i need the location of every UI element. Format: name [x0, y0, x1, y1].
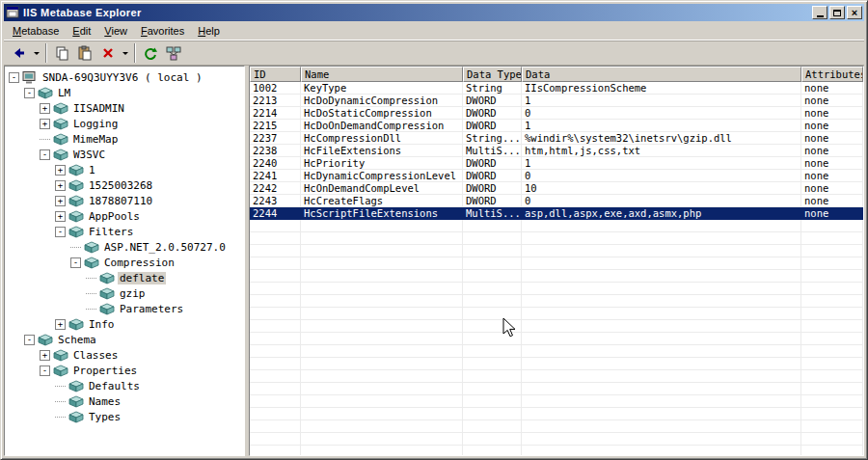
- table-cell: [522, 358, 801, 370]
- close-button[interactable]: ×: [847, 6, 862, 19]
- column-header-data[interactable]: Data: [522, 67, 801, 82]
- app-window: IIS Metabase Explorer × MetabaseEditView…: [0, 0, 868, 460]
- collapse-minus-icon[interactable]: -: [55, 227, 66, 237]
- tree-item[interactable]: Names: [5, 393, 244, 409]
- table-row[interactable]: 2243HcCreateFlagsDWORD0none: [250, 195, 863, 207]
- table-row[interactable]: 2242HcOnDemandCompLevelDWORD10none: [250, 182, 863, 195]
- expand-plus-icon[interactable]: +: [55, 211, 66, 222]
- delete-dropdown-button[interactable]: [120, 42, 131, 64]
- tree-item[interactable]: -Properties: [5, 363, 244, 378]
- collapse-minus-icon[interactable]: -: [24, 335, 35, 345]
- collapse-minus-icon[interactable]: -: [40, 149, 50, 160]
- menu-item-view[interactable]: View: [97, 22, 134, 40]
- collapse-minus-icon[interactable]: -: [70, 257, 81, 268]
- back-button[interactable]: [8, 42, 31, 64]
- tree-item[interactable]: +IISADMIN: [5, 100, 244, 116]
- table-row[interactable]: 2241HcDynamicCompressionLevelDWORD0none: [250, 170, 863, 182]
- tree-item[interactable]: -LM: [5, 85, 244, 100]
- table-row[interactable]: 2237HcCompressionDllString...%windir%\sy…: [250, 132, 863, 145]
- tree-item[interactable]: Defaults: [5, 378, 244, 393]
- table-row[interactable]: 2240HcPriorityDWORD1none: [250, 157, 863, 170]
- tree-item[interactable]: +Logging: [5, 116, 244, 131]
- tree-item-label: deflate: [118, 272, 166, 284]
- table-cell: [301, 308, 463, 320]
- tree-item[interactable]: deflate: [5, 270, 244, 285]
- tree-item[interactable]: -SNDA-69Q3UYY3V6 ( local ): [5, 69, 244, 85]
- table-row[interactable]: 2214HcDoStaticCompressionDWORD0none: [250, 107, 863, 120]
- titlebar[interactable]: IIS Metabase Explorer ×: [4, 4, 864, 21]
- table-cell: [301, 283, 463, 295]
- table-cell: [301, 383, 463, 395]
- tree-item[interactable]: +1878807110: [5, 193, 244, 208]
- tree-item[interactable]: -Compression: [5, 255, 244, 270]
- maximize-button[interactable]: [829, 6, 845, 19]
- table-row[interactable]: 2213HcDoDynamicCompressionDWORD1none: [250, 95, 863, 107]
- table-row[interactable]: 2238HcFileExtensionsMultiS...htm,html,js…: [250, 145, 863, 157]
- metabase-key-icon: [68, 179, 84, 192]
- expand-plus-icon[interactable]: +: [55, 319, 66, 330]
- table-cell: [301, 446, 463, 455]
- refresh-button[interactable]: [139, 42, 162, 64]
- empty-row: [250, 257, 863, 270]
- minimize-button[interactable]: [812, 6, 827, 19]
- menu-item-help[interactable]: Help: [191, 22, 227, 40]
- delete-button[interactable]: [96, 42, 120, 64]
- empty-row: [250, 270, 863, 283]
- table-cell: 2238: [250, 145, 301, 157]
- table-cell: [463, 245, 522, 257]
- tree-item[interactable]: -Filters: [5, 224, 244, 239]
- paste-button[interactable]: [73, 42, 96, 64]
- empty-row: [250, 333, 863, 345]
- tree-item-label: Compression: [102, 257, 176, 269]
- expand-plus-icon[interactable]: +: [40, 119, 50, 129]
- back-dropdown-button[interactable]: [31, 42, 42, 64]
- collapse-minus-icon[interactable]: -: [24, 88, 35, 98]
- metabase-key-icon: [68, 411, 84, 423]
- table-row[interactable]: 2215HcDoOnDemandCompressionDWORD1none: [250, 120, 863, 132]
- expand-plus-icon[interactable]: +: [55, 196, 66, 206]
- tree-item[interactable]: MimeMap: [5, 131, 244, 147]
- tree-item[interactable]: +AppPools: [5, 208, 244, 224]
- column-header-data-type[interactable]: Data Type: [463, 67, 522, 82]
- expand-plus-icon[interactable]: +: [40, 103, 50, 114]
- tree-indent: [9, 417, 55, 418]
- table-cell: [463, 433, 522, 446]
- table-row[interactable]: 2244HcScriptFileExtensionsMultiS...asp,d…: [250, 207, 863, 220]
- menu-item-metabase[interactable]: Metabase: [6, 22, 66, 40]
- expand-plus-icon[interactable]: +: [55, 165, 66, 176]
- table-row[interactable]: 1002KeyTypeStringIIsCompressionSchemenon…: [250, 82, 863, 95]
- tree-item-label: Parameters: [118, 303, 185, 315]
- column-header-id[interactable]: ID: [250, 67, 301, 82]
- table-cell: 10: [522, 182, 801, 195]
- menu-item-favorites[interactable]: Favorites: [134, 22, 191, 40]
- expand-plus-icon[interactable]: +: [40, 350, 50, 361]
- tree-item[interactable]: ASP.NET_2.0.50727.0: [5, 239, 244, 255]
- toolbar: [4, 41, 864, 66]
- table-cell: [250, 220, 301, 232]
- tree-item-label: AppPools: [87, 210, 142, 223]
- tree-item[interactable]: Types: [5, 409, 244, 424]
- tree-item[interactable]: -Schema: [5, 332, 244, 347]
- copy-button[interactable]: [50, 42, 73, 64]
- empty-row: [250, 283, 863, 295]
- network-button[interactable]: [162, 42, 185, 64]
- table-cell: DWORD: [463, 170, 522, 182]
- column-header-attributes[interactable]: Attributes: [801, 67, 863, 82]
- tree-item[interactable]: -W3SVC: [5, 147, 244, 162]
- expand-plus-icon[interactable]: +: [55, 180, 66, 191]
- menu-bar: MetabaseEditViewFavoritesHelp: [4, 21, 864, 41]
- column-header-name[interactable]: Name: [301, 67, 463, 82]
- collapse-minus-icon[interactable]: -: [40, 365, 50, 376]
- collapse-minus-icon[interactable]: -: [9, 72, 19, 83]
- table-cell: DWORD: [463, 120, 522, 132]
- node-icon: [68, 380, 84, 392]
- tree-item[interactable]: +1: [5, 162, 244, 177]
- tree-item[interactable]: +1525003268: [5, 177, 244, 193]
- tree-item[interactable]: +Info: [5, 316, 244, 332]
- maximize-icon: [833, 10, 841, 16]
- tree-item[interactable]: +Classes: [5, 347, 244, 363]
- tree-item[interactable]: gzip: [5, 285, 244, 301]
- tree-item[interactable]: Parameters: [5, 301, 244, 316]
- menu-item-edit[interactable]: Edit: [66, 22, 97, 40]
- tree-indent: [9, 309, 86, 310]
